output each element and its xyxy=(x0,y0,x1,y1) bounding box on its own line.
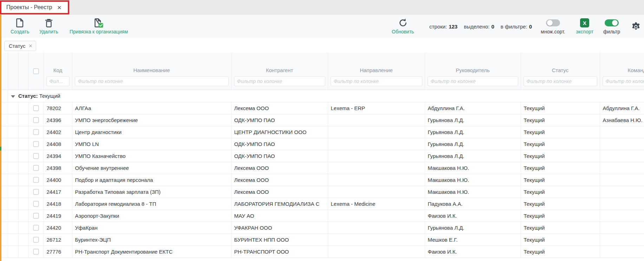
filter-input-manager[interactable] xyxy=(428,76,518,86)
refresh-button[interactable]: Обновить xyxy=(392,18,414,34)
chip-close-icon[interactable]: ✕ xyxy=(28,44,32,48)
cell-code[interactable]: 24418 xyxy=(44,198,72,210)
filter-input-name[interactable] xyxy=(75,76,229,86)
cell-team[interactable] xyxy=(600,210,644,222)
cell-code[interactable]: 24398 xyxy=(44,162,72,174)
filter-input-status[interactable] xyxy=(523,76,597,86)
filter-input-direction[interactable] xyxy=(331,76,422,86)
cell-direction[interactable] xyxy=(328,138,425,150)
table-row[interactable]: 24400 Подбор и адаптация персонала Лексе… xyxy=(1,174,644,186)
cell-status[interactable]: Текущий xyxy=(521,234,600,246)
cell-manager[interactable]: Абдуллина Г.А. xyxy=(425,102,521,114)
cell-manager[interactable]: Гурьянова Л.Д. xyxy=(425,150,521,162)
cell-team[interactable] xyxy=(600,138,644,150)
cell-code[interactable]: 26712 xyxy=(44,234,72,246)
cell-code[interactable]: 24396 xyxy=(44,114,72,126)
cell-status[interactable]: Текущий xyxy=(521,114,600,126)
row-checkbox[interactable] xyxy=(28,222,44,234)
cell-status[interactable]: Текущий xyxy=(521,162,600,174)
cell-counterparty[interactable]: ЛАБОРАТОРИЯ ГЕМОДИАЛИЗА С xyxy=(231,198,328,210)
row-checkbox[interactable] xyxy=(28,210,44,222)
group-chip-status[interactable]: Статус ✕ xyxy=(4,41,36,51)
row-checkbox[interactable] xyxy=(28,234,44,246)
cell-name[interactable]: Обучение внутреннее xyxy=(72,162,231,174)
cell-status[interactable]: Текущий xyxy=(521,102,600,114)
link-organizations-button[interactable]: Привязка к организациям xyxy=(70,18,128,34)
cell-manager[interactable]: Гурьянова Л.Д. xyxy=(425,138,521,150)
multisort-toggle[interactable]: множ.сорт. xyxy=(539,18,567,34)
cell-status[interactable]: Текущий xyxy=(521,246,600,257)
filter-input-code[interactable] xyxy=(46,76,70,86)
cell-direction[interactable] xyxy=(328,210,425,222)
cell-counterparty[interactable]: ЦЕНТР ДИАГНОСТИКИ ООО xyxy=(231,126,328,138)
collapse-triangle-icon[interactable] xyxy=(11,95,15,98)
toggle-off-icon[interactable] xyxy=(546,19,560,26)
table-row[interactable]: 24408 УМПО LN ОДК-УМПО ПАО Гурьянова Л.Д… xyxy=(1,138,644,150)
row-checkbox[interactable] xyxy=(28,174,44,186)
cell-direction[interactable] xyxy=(328,126,425,138)
cell-counterparty[interactable]: Лексема ООО xyxy=(231,174,328,186)
cell-status[interactable]: Текущий xyxy=(521,222,600,234)
cell-status[interactable]: Текущий xyxy=(521,174,600,186)
cell-name[interactable]: УМПО LN xyxy=(72,138,231,150)
column-header-name[interactable]: Наименование xyxy=(72,53,231,76)
table-row[interactable]: 78202 АЛГАа Лексема ООО Lexema - ERP Абд… xyxy=(1,102,644,114)
column-header-manager[interactable]: Руководитель xyxy=(425,53,521,76)
table-row[interactable]: 24420 УфаКран УФАКРАН ООО Гурьянова Л.Д.… xyxy=(1,222,644,234)
row-checkbox[interactable] xyxy=(28,150,44,162)
create-button[interactable]: Создать xyxy=(11,18,29,34)
table-row[interactable]: 27776 РН-Транспорт Документирование ЕКТС… xyxy=(1,246,644,257)
row-checkbox[interactable] xyxy=(28,102,44,114)
cell-counterparty[interactable]: УФАКРАН ООО xyxy=(231,222,328,234)
column-header-code[interactable]: Код xyxy=(44,53,72,76)
cell-status[interactable]: Текущий xyxy=(521,126,600,138)
filter-toggle[interactable]: фильтр xyxy=(601,18,622,34)
cell-direction[interactable]: Lexema - Medicine xyxy=(328,198,425,210)
column-header-direction[interactable]: Направление xyxy=(328,53,425,76)
cell-code[interactable]: 78202 xyxy=(44,102,72,114)
cell-code[interactable]: 24417 xyxy=(44,186,72,198)
cell-status[interactable]: Текущий xyxy=(521,150,600,162)
row-checkbox[interactable] xyxy=(28,162,44,174)
row-checkbox[interactable] xyxy=(28,246,44,257)
cell-code[interactable]: 24420 xyxy=(44,222,72,234)
cell-name[interactable]: Аэропорт-Закупки xyxy=(72,210,231,222)
cell-counterparty[interactable]: БУРИНТЕХ НПП ООО xyxy=(231,234,328,246)
cell-manager[interactable]: Фаизов И.К. xyxy=(425,210,521,222)
row-checkbox[interactable] xyxy=(28,114,44,126)
cell-code[interactable]: 27776 xyxy=(44,246,72,257)
filter-input-team[interactable] xyxy=(603,76,644,86)
cell-name[interactable]: Буринтех-ЭЦП xyxy=(72,234,231,246)
cell-direction[interactable] xyxy=(328,162,425,174)
cell-name[interactable]: РН-Транспорт Документирование ЕКТС xyxy=(72,246,231,257)
cell-manager[interactable]: Гурьянова Л.Д. xyxy=(425,114,521,126)
cell-name[interactable]: Подбор и адаптация персонала xyxy=(72,174,231,186)
cell-team[interactable] xyxy=(600,162,644,174)
cell-direction[interactable] xyxy=(328,186,425,198)
row-checkbox[interactable] xyxy=(28,138,44,150)
cell-counterparty[interactable]: ОДК-УМПО ПАО xyxy=(231,138,328,150)
tab-close-icon[interactable]: ✕ xyxy=(57,5,61,10)
cell-team[interactable]: Абдуллина Г.А. xyxy=(600,102,644,114)
cell-team[interactable] xyxy=(600,126,644,138)
cell-team[interactable] xyxy=(600,174,644,186)
cell-team[interactable]: Азнабаева Н.Ю. xyxy=(600,114,644,126)
column-header-status[interactable]: Статус xyxy=(521,53,600,76)
cell-status[interactable]: Текущий xyxy=(521,210,600,222)
cell-counterparty[interactable]: Лексема ООО xyxy=(231,102,328,114)
column-header-team[interactable]: Команда xyxy=(600,53,644,76)
cell-direction[interactable] xyxy=(328,150,425,162)
cell-name[interactable]: УМПО энергосбережение xyxy=(72,114,231,126)
cell-manager[interactable]: Гурьянова Л.Д. xyxy=(425,126,521,138)
row-checkbox[interactable] xyxy=(28,198,44,210)
cell-status[interactable]: Текущий xyxy=(521,186,600,198)
cell-team[interactable] xyxy=(600,234,644,246)
cell-team[interactable] xyxy=(600,198,644,210)
cell-name[interactable]: АЛГАа xyxy=(72,102,231,114)
cell-counterparty[interactable]: РН-ТРАНСПОРТ ООО xyxy=(231,246,328,257)
cell-manager[interactable]: Макшакова Н.Ю. xyxy=(425,186,521,198)
tab-projects-registry[interactable]: Проекты - Реестр ✕ xyxy=(0,0,69,15)
cell-counterparty[interactable]: Лексема ООО xyxy=(231,162,328,174)
table-row[interactable]: 24418 Лаборатория гемодиализа 8 - ТП ЛАБ… xyxy=(1,198,644,210)
select-all-checkbox[interactable] xyxy=(28,53,44,90)
